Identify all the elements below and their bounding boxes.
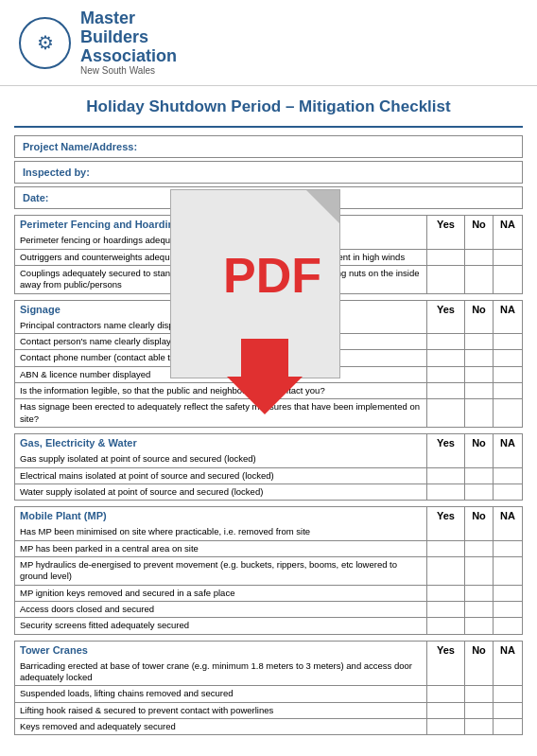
row-no-1-3[interactable] [465, 367, 494, 382]
row-no-3-4[interactable] [465, 602, 494, 617]
section-header-2: Gas, Electricity & WaterYesNoNA [14, 433, 523, 451]
row-yes-2-0[interactable] [427, 451, 465, 466]
table-row: Contact phone number (contact able to be… [14, 350, 523, 366]
row-yes-4-1[interactable] [427, 686, 465, 701]
row-text-0-0: Perimeter fencing or hoardings adequatel… [15, 233, 427, 248]
row-na-1-1[interactable] [494, 334, 522, 349]
date-field[interactable]: Date: [14, 186, 523, 209]
company-name-line2: Builders [80, 28, 177, 47]
row-no-1-2[interactable] [465, 350, 494, 365]
row-yes-3-5[interactable] [427, 618, 465, 633]
row-no-3-0[interactable] [465, 524, 494, 539]
col-yes-0: Yes [427, 216, 465, 233]
row-yes-1-2[interactable] [427, 350, 465, 365]
row-na-3-2[interactable] [494, 557, 522, 585]
row-na-1-0[interactable] [494, 318, 522, 333]
col-na-4: NA [494, 642, 522, 659]
row-no-2-0[interactable] [465, 451, 494, 466]
row-na-3-1[interactable] [494, 541, 522, 556]
row-yes-0-1[interactable] [427, 250, 465, 265]
row-yes-1-1[interactable] [427, 334, 465, 349]
col-yes-2: Yes [427, 434, 465, 451]
section-title-0: Perimeter Fencing and Hoarding [15, 216, 427, 233]
row-no-1-4[interactable] [465, 383, 494, 398]
row-text-3-5: Security screens fitted adequately secur… [15, 618, 427, 633]
table-row: Has signage been erected to adequately r… [14, 399, 523, 428]
row-na-4-2[interactable] [494, 703, 522, 718]
row-no-1-5[interactable] [465, 399, 494, 427]
row-na-4-1[interactable] [494, 686, 522, 701]
row-na-1-3[interactable] [494, 367, 522, 382]
row-yes-4-3[interactable] [427, 719, 465, 734]
row-yes-1-4[interactable] [427, 383, 465, 398]
row-yes-4-0[interactable] [427, 659, 465, 686]
section-header-0: Perimeter Fencing and HoardingYesNoNA [14, 215, 523, 233]
row-yes-2-2[interactable] [427, 484, 465, 500]
row-no-3-1[interactable] [465, 541, 494, 556]
row-na-1-4[interactable] [494, 383, 522, 398]
row-yes-4-2[interactable] [427, 703, 465, 718]
row-no-2-1[interactable] [465, 468, 494, 483]
table-row: Principal contractors name clearly displ… [14, 318, 523, 334]
row-na-1-2[interactable] [494, 350, 522, 365]
row-no-0-0[interactable] [465, 233, 494, 248]
row-na-2-0[interactable] [494, 451, 522, 466]
row-no-1-1[interactable] [465, 334, 494, 349]
section-header-3: Mobile Plant (MP)YesNoNA [14, 506, 523, 524]
row-text-4-1: Suspended loads, lifting chains removed … [15, 686, 427, 701]
page-title: Holiday Shutdown Period – Mitigation Che… [14, 86, 523, 128]
logo-text: Master Builders Association New South Wa… [80, 9, 177, 76]
row-no-2-2[interactable] [465, 484, 494, 500]
row-text-4-3: Keys removed and adequately secured [15, 719, 427, 734]
row-no-1-0[interactable] [465, 318, 494, 333]
company-sub: New South Wales [80, 65, 177, 76]
row-no-0-1[interactable] [465, 250, 494, 265]
row-na-3-4[interactable] [494, 602, 522, 617]
inspected-by-field[interactable]: Inspected by: [14, 161, 523, 184]
table-row: Barricading erected at base of tower cra… [14, 659, 523, 687]
row-na-0-2[interactable] [494, 266, 522, 293]
row-na-3-0[interactable] [494, 524, 522, 539]
col-no-1: No [465, 301, 494, 318]
row-no-4-3[interactable] [465, 719, 494, 734]
row-yes-3-0[interactable] [427, 524, 465, 539]
row-na-2-1[interactable] [494, 468, 522, 483]
row-no-4-2[interactable] [465, 703, 494, 718]
row-na-2-2[interactable] [494, 484, 522, 500]
table-row: Outriggers and counterweights adequately… [14, 250, 523, 266]
row-yes-1-3[interactable] [427, 367, 465, 382]
section-0: Perimeter Fencing and HoardingYesNoNAPer… [14, 215, 523, 293]
row-no-0-2[interactable] [465, 266, 494, 293]
section-1: SignageYesNoNAPrincipal contractors name… [14, 300, 523, 428]
row-no-4-1[interactable] [465, 686, 494, 701]
row-yes-1-5[interactable] [427, 399, 465, 427]
row-na-0-1[interactable] [494, 250, 522, 265]
form-section: Project Name/Address: Inspected by: Date… [14, 135, 523, 209]
row-no-4-0[interactable] [465, 659, 494, 686]
row-yes-1-0[interactable] [427, 318, 465, 333]
row-no-3-3[interactable] [465, 586, 494, 601]
row-na-3-3[interactable] [494, 586, 522, 601]
row-no-3-5[interactable] [465, 618, 494, 633]
row-yes-3-1[interactable] [427, 541, 465, 556]
table-row: MP hydraulics de-energised to prevent mo… [14, 557, 523, 586]
col-na-1: NA [494, 301, 522, 318]
row-yes-3-3[interactable] [427, 586, 465, 601]
table-row: Is the information legible, so that the … [14, 383, 523, 399]
row-yes-2-1[interactable] [427, 468, 465, 483]
row-text-3-2: MP hydraulics de-energised to prevent mo… [15, 557, 427, 585]
row-yes-3-2[interactable] [427, 557, 465, 585]
col-yes-3: Yes [427, 507, 465, 524]
row-yes-3-4[interactable] [427, 602, 465, 617]
row-na-1-5[interactable] [494, 399, 522, 427]
col-no-3: No [465, 507, 494, 524]
row-yes-0-2[interactable] [427, 266, 465, 293]
row-yes-0-0[interactable] [427, 233, 465, 248]
row-na-3-5[interactable] [494, 618, 522, 633]
project-name-field[interactable]: Project Name/Address: [14, 135, 523, 158]
row-no-3-2[interactable] [465, 557, 494, 585]
row-na-4-3[interactable] [494, 719, 522, 734]
row-na-4-0[interactable] [494, 659, 522, 686]
row-na-0-0[interactable] [494, 233, 522, 248]
row-text-2-0: Gas supply isolated at point of source a… [15, 451, 427, 466]
